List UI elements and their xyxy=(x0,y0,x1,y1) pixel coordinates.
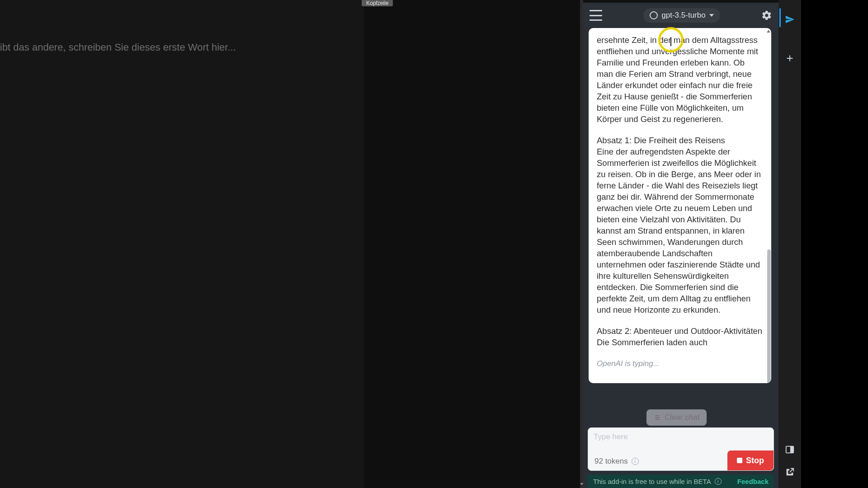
addin-panel: gpt-3.5-turbo ersehnte Zeit, in der man … xyxy=(583,0,778,488)
document-margin xyxy=(364,0,583,488)
typing-indicator: OpenAI is typing... xyxy=(597,358,763,369)
document-page[interactable] xyxy=(0,0,364,488)
feedback-link[interactable]: Feedback xyxy=(737,478,769,485)
clear-chat-label: Clear chat xyxy=(665,413,699,422)
token-counter: 92 tokens i xyxy=(594,457,639,466)
panel-icon xyxy=(785,445,795,455)
assistant-paragraph: Die Sommerferien laden auch xyxy=(597,337,763,348)
assistant-heading: Absatz 2: Abenteuer und Outdoor-Aktivitä… xyxy=(597,325,763,337)
chat-input[interactable] xyxy=(594,432,768,441)
assistant-paragraph: Eine der aufregendsten Aspekte der Somme… xyxy=(597,146,763,315)
plus-icon xyxy=(785,53,795,63)
document-placeholder-text: ibt das andere, schreiben Sie dieses ers… xyxy=(0,42,236,53)
stop-label: Stop xyxy=(746,456,764,465)
stop-button[interactable]: Stop xyxy=(727,450,774,470)
external-link-icon xyxy=(785,467,795,477)
right-rail xyxy=(778,0,801,488)
openai-logo-icon xyxy=(650,11,658,19)
info-icon[interactable]: i xyxy=(632,458,639,465)
info-icon[interactable]: i xyxy=(715,478,722,485)
menu-icon[interactable] xyxy=(590,10,602,21)
chat-scrollbar[interactable] xyxy=(767,28,771,383)
chat-message-card: ersehnte Zeit, in der man dem Alltagsstr… xyxy=(589,28,771,383)
header-tag-kopfzeile[interactable]: Kopfzeile xyxy=(362,0,393,6)
scroll-up-icon[interactable] xyxy=(767,30,770,33)
addin-header: gpt-3.5-turbo xyxy=(583,3,778,28)
panel-divider-scrollbar[interactable] xyxy=(580,0,583,488)
broom-icon xyxy=(654,414,661,421)
rail-open-button[interactable] xyxy=(778,461,801,483)
paper-plane-icon xyxy=(785,14,795,24)
stop-icon xyxy=(737,458,742,463)
gear-icon xyxy=(761,10,772,21)
model-selector[interactable]: gpt-3.5-turbo xyxy=(643,8,720,23)
scroll-thumb[interactable] xyxy=(767,249,771,383)
text-cursor-icon xyxy=(670,37,671,46)
rail-send-button[interactable] xyxy=(778,8,801,31)
clear-chat-button[interactable]: Clear chat xyxy=(646,409,707,426)
chat-content[interactable]: ersehnte Zeit, in der man dem Alltagsstr… xyxy=(589,28,771,383)
chat-input-area: 92 tokens i Stop xyxy=(588,427,774,471)
beta-text: This add-in is free to use while in BETA xyxy=(593,478,711,485)
right-black-strip xyxy=(801,0,868,488)
assistant-heading: Absatz 1: Die Freiheit des Reisens xyxy=(597,135,763,146)
assistant-paragraph: ersehnte Zeit, in der man dem Alltagsstr… xyxy=(597,34,763,125)
svg-rect-1 xyxy=(790,446,793,453)
settings-button[interactable] xyxy=(761,10,772,21)
rail-add-button[interactable] xyxy=(778,47,801,70)
chevron-down-icon xyxy=(709,14,714,17)
host-document-area: Kopfzeile ibt das andere, schreiben Sie … xyxy=(0,0,583,488)
model-label: gpt-3.5-turbo xyxy=(661,11,705,20)
token-count-label: 92 tokens xyxy=(594,457,628,466)
rail-panel-button[interactable] xyxy=(778,438,801,461)
beta-footer: This add-in is free to use while in BETA… xyxy=(588,474,774,488)
